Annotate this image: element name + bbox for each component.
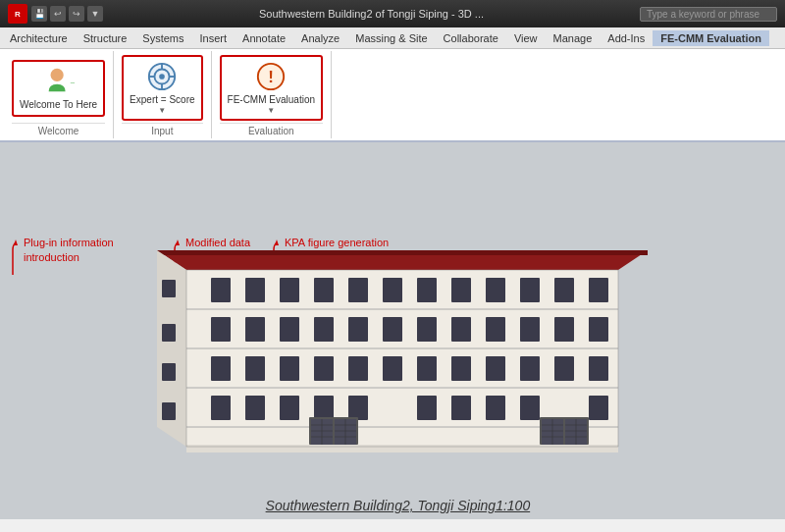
svg-rect-70 [589,396,608,420]
more-tools-icon[interactable]: ▼ [87,6,103,22]
svg-rect-47 [554,317,574,342]
svg-rect-36 [589,278,608,302]
menu-bar: Architecture Structure Systems Insert An… [0,27,785,49]
svg-rect-49 [211,356,231,381]
menu-collaborate[interactable]: Collaborate [436,30,506,46]
svg-rect-55 [417,356,437,381]
expert-score-icon [146,61,178,92]
svg-marker-17 [157,250,648,255]
svg-rect-43 [417,317,437,342]
svg-rect-66 [417,396,437,420]
menu-view[interactable]: View [506,30,546,46]
svg-rect-37 [211,317,231,342]
svg-rect-42 [383,317,402,342]
title-bar: R 💾 ↩ ↪ ▼ Southwestern Building2 of Tong… [0,0,785,27]
menu-manage[interactable]: Manage [546,30,601,46]
svg-rect-94 [162,324,176,342]
svg-rect-60 [589,356,608,381]
svg-point-2 [50,68,63,80]
svg-rect-20 [186,445,618,452]
menu-structure[interactable]: Structure [76,30,135,46]
building-label: Southwestern Building2, Tongji Siping1:1… [266,498,531,513]
building-illustration [157,211,648,490]
svg-rect-52 [314,356,334,381]
expert-score-label: Expert = Score [130,94,194,106]
menu-systems[interactable]: Systems [134,30,191,46]
annotation-plugin-info: Plug-in informationintroduction [6,236,114,277]
expert-score-button[interactable]: Expert = Score ▼ [122,55,202,121]
svg-rect-28 [314,278,334,302]
svg-rect-25 [211,278,231,302]
svg-rect-44 [451,317,471,342]
svg-rect-26 [245,278,265,302]
input-group-label: Input [122,123,202,136]
window-title: Southwestern Building2 of Tongji Siping … [103,8,640,20]
svg-rect-34 [520,278,540,302]
svg-rect-50 [245,356,265,381]
svg-rect-54 [383,356,402,381]
svg-rect-29 [348,278,368,302]
welcome-button-label: Welcome To Here [20,99,97,111]
person-welcome-icon: → [43,66,75,97]
menu-analyze[interactable]: Analyze [293,30,347,46]
svg-text:!: ! [268,68,274,86]
svg-rect-69 [520,396,540,420]
save-icon[interactable]: 💾 [31,6,47,22]
svg-rect-46 [520,317,540,342]
toolbar-icons[interactable]: 💾 ↩ ↪ ▼ [31,6,103,22]
svg-point-6 [159,74,165,80]
ribbon-group-input: Expert = Score ▼ Input [114,51,211,138]
svg-rect-53 [348,356,368,381]
welcome-buttons: → Welcome To Here [12,55,105,121]
redo-icon[interactable]: ↪ [69,6,84,22]
svg-rect-57 [486,356,505,381]
input-buttons: Expert = Score ▼ [122,55,202,121]
ribbon-spacer [332,51,781,138]
evaluation-group-label: Evaluation [220,123,323,136]
svg-rect-58 [520,356,540,381]
menu-addins[interactable]: Add-Ins [600,30,653,46]
svg-rect-27 [280,278,299,302]
svg-rect-39 [280,317,299,342]
ribbon-panel: → Welcome To Here Welcome [0,49,785,142]
svg-rect-63 [280,396,299,420]
ribbon-group-welcome: → Welcome To Here Welcome [4,51,114,138]
menu-architecture[interactable]: Architecture [2,30,76,46]
evaluation-warning-icon: ! [255,61,287,92]
app-logo: R [8,4,27,24]
svg-rect-65 [348,396,368,420]
svg-rect-62 [245,396,265,420]
evaluation-buttons: ! FE-CMM Evaluation ▼ [220,55,323,121]
svg-rect-33 [486,278,505,302]
welcome-group-label: Welcome [12,123,105,136]
svg-text:→: → [68,76,75,87]
svg-rect-61 [211,396,231,420]
svg-rect-38 [245,317,265,342]
svg-rect-59 [554,356,574,381]
svg-rect-48 [589,317,608,342]
main-viewport: Plug-in informationintroduction Modified… [0,142,785,519]
title-search-input[interactable] [640,7,777,22]
svg-rect-30 [383,278,402,302]
menu-massing[interactable]: Massing & Site [347,30,435,46]
undo-icon[interactable]: ↩ [50,6,66,22]
svg-rect-67 [451,396,471,420]
svg-rect-41 [348,317,368,342]
svg-text:R: R [15,10,21,19]
svg-rect-64 [314,396,334,420]
svg-rect-31 [417,278,437,302]
svg-rect-40 [314,317,334,342]
title-bar-left: R 💾 ↩ ↪ ▼ [8,4,103,24]
svg-rect-95 [162,363,176,381]
fe-cmm-evaluation-button[interactable]: ! FE-CMM Evaluation ▼ [220,55,323,121]
menu-annotate[interactable]: Annotate [235,30,293,46]
svg-rect-32 [451,278,471,302]
menu-fecmm[interactable]: FE-CMM Evaluation [653,30,769,46]
welcome-to-here-button[interactable]: → Welcome To Here [12,60,105,117]
svg-rect-56 [451,356,471,381]
svg-rect-68 [486,396,505,420]
svg-rect-45 [486,317,505,342]
fe-cmm-button-label: FE-CMM Evaluation [228,94,315,106]
menu-insert[interactable]: Insert [192,30,236,46]
annotation-plugin-text: Plug-in informationintroduction [24,236,114,266]
